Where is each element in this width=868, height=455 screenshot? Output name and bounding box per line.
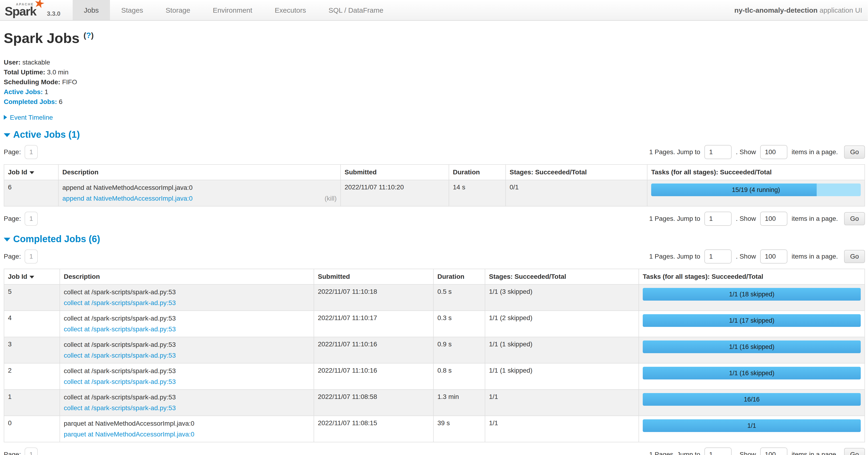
job-description-text: collect at /spark-scripts/spark-ad.py:53: [64, 340, 310, 349]
job-duration-cell: 0.9 s: [433, 337, 485, 363]
items-text: items in a page.: [792, 253, 838, 260]
go-button[interactable]: Go: [844, 250, 865, 263]
page-number-box[interactable]: 1: [25, 212, 38, 226]
progress-label: 16/16: [643, 393, 861, 406]
job-tasks-cell: 1/1 (17 skipped): [639, 311, 865, 337]
nav-tab-executors[interactable]: Executors: [264, 0, 317, 20]
go-button[interactable]: Go: [844, 145, 865, 159]
job-description-cell: collect at /spark-scripts/spark-ad.py:53…: [60, 337, 314, 363]
tasks-progress-bar: 1/1 (17 skipped): [643, 314, 861, 327]
nav-tab-environment[interactable]: Environment: [202, 0, 264, 20]
job-id-cell: 6: [4, 180, 58, 206]
event-timeline-toggle[interactable]: Event Timeline: [4, 114, 865, 121]
summary-uptime: Total Uptime: 3.0 min: [4, 67, 865, 77]
go-button[interactable]: Go: [844, 212, 865, 225]
job-description-cell: collect at /spark-scripts/spark-ad.py:53…: [60, 363, 314, 390]
page-number-box[interactable]: 1: [25, 448, 38, 455]
pages-jump-text: 1 Pages. Jump to: [649, 253, 700, 260]
job-id-cell: 3: [4, 337, 60, 363]
items-text: items in a page.: [792, 451, 838, 455]
job-submitted-cell: 2022/11/07 11:10:18: [314, 284, 433, 311]
job-description-cell: collect at /spark-scripts/spark-ad.py:53…: [60, 390, 314, 416]
jump-to-input[interactable]: [704, 250, 732, 263]
show-input[interactable]: [760, 212, 787, 226]
job-id-cell: 0: [4, 416, 60, 442]
go-button[interactable]: Go: [844, 448, 865, 455]
active-jobs-link[interactable]: Active Jobs:: [4, 88, 43, 95]
job-description-text: collect at /spark-scripts/spark-ad.py:53: [64, 367, 310, 375]
nav-tab-jobs[interactable]: Jobs: [73, 0, 110, 20]
header-description[interactable]: Description: [58, 165, 341, 180]
job-stages-cell: 0/1: [506, 180, 647, 206]
pages-jump-text: 1 Pages. Jump to: [649, 215, 700, 223]
job-description-text: parquet at NativeMethodAccessorImpl.java…: [64, 419, 310, 428]
summary-user: User: stackable: [4, 57, 865, 67]
page-number-box[interactable]: 1: [25, 250, 38, 263]
job-submitted-cell: 2022/11/07 11:08:15: [314, 416, 433, 442]
progress-label: 1/1 (17 skipped): [643, 314, 861, 327]
completed-jobs-pager-bottom: Page: 1 1 Pages. Jump to . Show items in…: [4, 448, 865, 455]
caret-right-icon: [4, 115, 7, 120]
show-input[interactable]: [760, 145, 787, 159]
logo-spark-text: Spark: [5, 4, 36, 18]
show-input[interactable]: [760, 448, 787, 455]
job-stages-cell: 1/1 (3 skipped): [485, 284, 639, 311]
header-stages[interactable]: Stages: Succeeded/Total: [506, 165, 647, 180]
header-tasks[interactable]: Tasks (for all stages): Succeeded/Total: [639, 269, 865, 284]
table-row: 4 collect at /spark-scripts/spark-ad.py:…: [4, 311, 865, 337]
job-stages-cell: 1/1 (1 skipped): [485, 337, 639, 363]
summary-list: User: stackable Total Uptime: 3.0 min Sc…: [4, 57, 865, 107]
show-input[interactable]: [760, 250, 787, 263]
kill-link[interactable]: (kill): [324, 194, 337, 203]
job-stages-cell: 1/1 (2 skipped): [485, 311, 639, 337]
job-description-link[interactable]: collect at /spark-scripts/spark-ad.py:53: [64, 299, 176, 307]
nav-tab-stages[interactable]: Stages: [110, 0, 154, 20]
completed-jobs-table: Job Id Description Submitted Duration St…: [4, 269, 865, 442]
table-row: 3 collect at /spark-scripts/spark-ad.py:…: [4, 337, 865, 363]
job-description-link[interactable]: parquet at NativeMethodAccessorImpl.java…: [64, 430, 194, 438]
section-completed-jobs-toggle[interactable]: Completed Jobs (6): [4, 234, 865, 244]
question-mark-icon[interactable]: ?: [86, 31, 91, 40]
jump-to-input[interactable]: [704, 212, 732, 226]
header-description[interactable]: Description: [60, 269, 314, 284]
header-duration[interactable]: Duration: [433, 269, 485, 284]
job-tasks-cell: 15/19 (4 running): [647, 180, 865, 206]
job-tasks-cell: 1/1 (16 skipped): [639, 363, 865, 390]
spark-logo[interactable]: APACHE ★ Spark: [5, 0, 41, 18]
job-description-text: append at NativeMethodAccessorImpl.java:…: [62, 183, 337, 192]
job-description-link[interactable]: collect at /spark-scripts/spark-ad.py:53: [64, 351, 176, 360]
job-description-text: collect at /spark-scripts/spark-ad.py:53: [64, 288, 310, 296]
summary-completed-jobs: Completed Jobs: 6: [4, 97, 865, 107]
jump-to-input[interactable]: [704, 448, 732, 455]
tasks-progress-bar: 1/1 (18 skipped): [643, 288, 861, 301]
progress-label: 1/1: [643, 419, 861, 432]
job-description-link[interactable]: append at NativeMethodAccessorImpl.java:…: [62, 194, 193, 203]
page-label: Page:: [4, 148, 21, 156]
nav-tab-sql-dataframe[interactable]: SQL / DataFrame: [317, 0, 395, 20]
header-stages[interactable]: Stages: Succeeded/Total: [485, 269, 639, 284]
job-stages-cell: 1/1: [485, 390, 639, 416]
tasks-progress-bar: 1/1: [643, 419, 861, 432]
header-duration[interactable]: Duration: [449, 165, 506, 180]
job-description-link[interactable]: collect at /spark-scripts/spark-ad.py:53: [64, 404, 176, 412]
header-submitted[interactable]: Submitted: [314, 269, 433, 284]
job-description-link[interactable]: collect at /spark-scripts/spark-ad.py:53: [64, 377, 176, 386]
page-number-box[interactable]: 1: [25, 145, 38, 159]
show-text: . Show: [736, 215, 756, 223]
header-job-id[interactable]: Job Id: [4, 269, 60, 284]
job-submitted-cell: 2022/11/07 11:08:58: [314, 390, 433, 416]
table-row: 6 append at NativeMethodAccessorImpl.jav…: [4, 180, 865, 206]
section-active-jobs-toggle[interactable]: Active Jobs (1): [4, 129, 865, 140]
header-job-id[interactable]: Job Id: [4, 165, 58, 180]
header-tasks[interactable]: Tasks (for all stages): Succeeded/Total: [647, 165, 865, 180]
nav-tab-storage[interactable]: Storage: [154, 0, 202, 20]
completed-jobs-link[interactable]: Completed Jobs:: [4, 98, 57, 105]
jump-to-input[interactable]: [704, 145, 732, 159]
table-row: 5 collect at /spark-scripts/spark-ad.py:…: [4, 284, 865, 311]
show-text: . Show: [736, 451, 756, 455]
help-link[interactable]: (?): [84, 31, 94, 40]
job-id-cell: 1: [4, 390, 60, 416]
job-description-link[interactable]: collect at /spark-scripts/spark-ad.py:53: [64, 325, 176, 334]
header-submitted[interactable]: Submitted: [341, 165, 449, 180]
job-description-cell: append at NativeMethodAccessorImpl.java:…: [58, 180, 341, 206]
